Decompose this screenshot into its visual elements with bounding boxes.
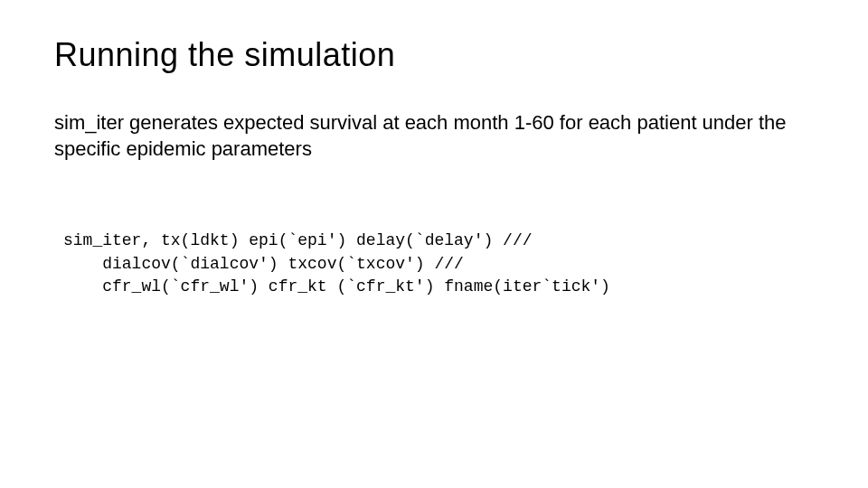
code-line-1: sim_iter, tx(ldkt) epi(`epi') delay(`del… xyxy=(63,231,532,249)
code-line-3: cfr_wl(`cfr_wl') cfr_kt (`cfr_kt') fname… xyxy=(63,277,610,296)
slide-title: Running the simulation xyxy=(54,36,814,74)
code-block: sim_iter, tx(ldkt) epi(`epi') delay(`del… xyxy=(63,207,814,298)
slide-body-text: sim_iter generates expected survival at … xyxy=(54,110,814,162)
code-line-2: dialcov(`dialcov') txcov(`txcov') /// xyxy=(63,255,464,273)
